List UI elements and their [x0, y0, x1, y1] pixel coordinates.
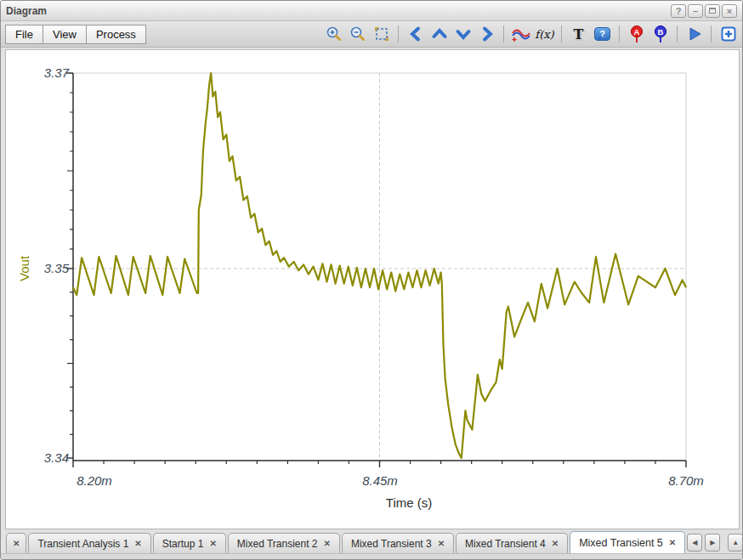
tab-scroll-left-button[interactable]: ◀: [687, 534, 702, 552]
close-icon[interactable]: ✕: [13, 539, 20, 548]
close-icon[interactable]: ✕: [324, 539, 331, 548]
x-tick-label-8p20m: 8.20m: [67, 473, 122, 488]
close-button[interactable]: ×: [722, 4, 737, 18]
tab-close-mini[interactable]: ✕: [6, 533, 26, 553]
toolbar: File View Process: [1, 21, 742, 48]
close-icon[interactable]: ✕: [552, 539, 559, 548]
run-icon[interactable]: [684, 25, 704, 43]
toolbar-separator: [398, 25, 399, 42]
svg-text:B: B: [657, 27, 663, 37]
tab-startup-1[interactable]: Startup 1 ✕: [153, 533, 226, 553]
menu-file[interactable]: File: [5, 25, 43, 44]
tab-mixed-transient-2[interactable]: Mixed Transient 2 ✕: [228, 533, 340, 553]
y-tick-label-3p34: 3.34: [30, 450, 69, 465]
zoom-out-icon[interactable]: [348, 25, 367, 43]
cursor-b-icon[interactable]: B: [650, 25, 670, 43]
toolbar-separator: [677, 25, 678, 42]
add-curve-icon[interactable]: [511, 25, 530, 43]
text-annotation-icon[interactable]: T: [569, 25, 588, 43]
tab-mixed-transient-4[interactable]: Mixed Transient 4 ✕: [456, 533, 568, 553]
x-tick-label-8p70m: 8.70m: [659, 473, 713, 488]
minimize-button[interactable]: –: [688, 4, 703, 18]
menu-view[interactable]: View: [43, 25, 87, 44]
toolbar-separator: [711, 25, 712, 42]
x-tick-label-8p45m: 8.45m: [353, 473, 407, 488]
toolbar-separator: [503, 25, 504, 42]
window-title: Diagram: [6, 5, 47, 17]
new-graph-window-icon[interactable]: [718, 25, 738, 43]
diagram-window: Diagram ? – × File View Process: [0, 0, 743, 560]
y-axis-title: Vout: [17, 256, 31, 281]
tab-scroll-right-button[interactable]: ▶: [705, 534, 720, 552]
tab-mixed-transient-3[interactable]: Mixed Transient 3 ✕: [342, 533, 454, 553]
scroll-up-icon[interactable]: [429, 25, 449, 43]
tab-mixed-transient-5[interactable]: Mixed Transient 5 ✕: [570, 531, 685, 553]
close-icon[interactable]: ✕: [438, 539, 445, 548]
bottom-frame: [1, 553, 742, 560]
titlebar[interactable]: Diagram ? – ×: [1, 1, 742, 21]
maximize-button[interactable]: [705, 4, 720, 18]
plot-svg[interactable]: [6, 50, 739, 529]
tab-transient-analysis-1[interactable]: Transient Analysis 1 ✕: [28, 533, 150, 553]
help-button[interactable]: ?: [671, 4, 686, 18]
maximize-icon: [709, 8, 716, 14]
menu-process[interactable]: Process: [86, 25, 146, 44]
scroll-left-icon[interactable]: [406, 25, 425, 43]
add-function-icon[interactable]: f(x): [535, 25, 554, 43]
toolbar-icons: f(x) T ? A B: [324, 25, 738, 43]
zoom-fit-icon[interactable]: [372, 25, 391, 43]
window-controls: ? – ×: [671, 4, 737, 18]
plot-area[interactable]: 3.37 3.35 3.34 8.20m 8.45m 8.70m Time (s…: [5, 49, 740, 529]
tab-bar: ✕ Transient Analysis 1 ✕ Startup 1 ✕ Mix…: [5, 529, 740, 553]
zoom-in-icon[interactable]: [324, 25, 343, 43]
caption-annotation-icon[interactable]: ?: [593, 25, 612, 43]
close-icon[interactable]: ✕: [669, 538, 676, 547]
tab-collapse-button[interactable]: ▲: [728, 534, 743, 552]
x-axis-title: Time (s): [366, 495, 451, 510]
close-icon[interactable]: ✕: [134, 539, 141, 548]
tab-nav: ◀ ▶ ▲: [687, 534, 743, 553]
toolbar-separator: [619, 25, 620, 42]
scroll-right-icon[interactable]: [477, 25, 496, 43]
svg-text:A: A: [633, 27, 639, 37]
y-tick-label-3p35: 3.35: [30, 261, 69, 275]
cursor-a-icon[interactable]: A: [627, 25, 646, 43]
scroll-down-icon[interactable]: [453, 25, 473, 43]
close-icon[interactable]: ✕: [209, 539, 216, 548]
toolbar-separator: [561, 25, 562, 42]
y-tick-label-3p37: 3.37: [30, 65, 69, 80]
